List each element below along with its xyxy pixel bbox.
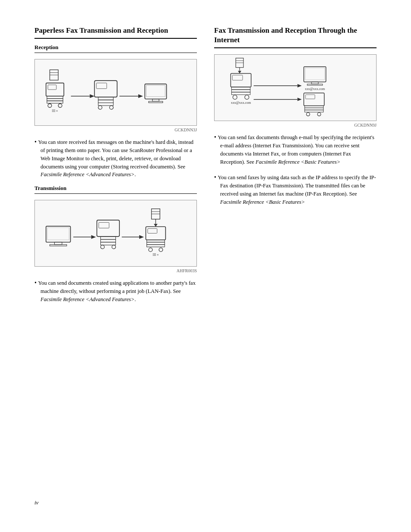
svg-rect-7 — [47, 101, 63, 103]
internet-fax-diagram: xxx@xxx.com xxx@xxx.com — [214, 54, 377, 121]
svg-rect-78 — [305, 106, 323, 108]
svg-point-9 — [58, 104, 62, 108]
page: Paperless Fax Transmission and Reception… — [0, 0, 411, 532]
svg-point-18 — [98, 106, 102, 109]
svg-point-52 — [159, 248, 163, 252]
svg-marker-68 — [297, 84, 302, 87]
svg-point-51 — [149, 248, 153, 252]
transmission-rule — [34, 193, 197, 194]
svg-rect-16 — [98, 100, 113, 103]
svg-rect-34 — [101, 236, 116, 240]
svg-rect-62 — [231, 90, 250, 92]
right-bullet-1-italic: Facsimile Reference <Basic Features> — [255, 159, 340, 165]
svg-rect-14 — [97, 83, 107, 89]
svg-point-64 — [233, 95, 237, 100]
svg-rect-72 — [307, 84, 323, 85]
reception-italic: Facsimile Reference <Advanced Features> — [40, 171, 134, 177]
transmission-bullet: You can send documents created using app… — [34, 278, 197, 304]
svg-rect-71 — [311, 82, 318, 84]
svg-marker-31 — [91, 235, 96, 239]
svg-marker-75 — [297, 98, 302, 101]
svg-rect-25 — [149, 101, 163, 103]
svg-text:xxx@xxx.com: xxx@xxx.com — [231, 101, 251, 105]
svg-rect-80 — [305, 110, 323, 112]
internet-fax-diagram-caption: GCKDNN9J — [214, 123, 377, 128]
internet-fax-diagram-svg: xxx@xxx.com xxx@xxx.com — [215, 55, 376, 121]
svg-point-81 — [306, 112, 310, 116]
transmission-bullet-end: . — [134, 296, 136, 302]
reception-bullet-text: You can store received fax messages on t… — [38, 139, 193, 170]
two-column-layout: Paperless Fax Transmission and Reception… — [34, 26, 377, 491]
svg-rect-79 — [305, 108, 323, 110]
left-column: Paperless Fax Transmission and Reception… — [34, 26, 197, 491]
left-section-rule — [34, 38, 197, 39]
svg-rect-15 — [98, 97, 113, 100]
svg-rect-36 — [101, 242, 116, 245]
reception-diagram-svg: III ≡ — [35, 59, 196, 125]
svg-marker-40 — [139, 235, 144, 239]
svg-text:III ≡: III ≡ — [153, 253, 159, 257]
transmission-diagram: III ≡ — [34, 200, 197, 267]
svg-rect-35 — [101, 240, 116, 243]
svg-point-8 — [48, 104, 52, 108]
reception-subtitle: Reception — [34, 44, 197, 51]
svg-point-37 — [101, 245, 105, 249]
svg-marker-58 — [238, 71, 241, 74]
right-bullet-2-text: You can send faxes by using data such as… — [218, 174, 376, 197]
svg-rect-47 — [148, 229, 157, 233]
svg-point-38 — [112, 245, 116, 249]
right-section-rule — [214, 47, 377, 48]
page-footer: iv — [34, 499, 377, 506]
transmission-diagram-svg: III ≡ — [35, 200, 196, 266]
svg-text:xxx@xxx.com: xxx@xxx.com — [305, 87, 325, 91]
svg-rect-17 — [98, 103, 113, 106]
svg-point-19 — [109, 106, 113, 109]
svg-text:III ≡: III ≡ — [52, 109, 58, 113]
reception-bullet: You can store received fax messages on t… — [34, 137, 197, 179]
reception-diagram-caption: GCKDNN3J — [34, 128, 197, 132]
svg-rect-6 — [47, 99, 63, 101]
svg-point-65 — [245, 95, 249, 100]
right-column: Fax Transmission and Reception Through t… — [214, 26, 377, 491]
transmission-bullet-text: You can send documents created using app… — [38, 280, 195, 294]
svg-point-82 — [318, 112, 321, 116]
right-bullet-2-italic: Facsimile Reference <Basic Features> — [220, 199, 305, 205]
svg-rect-4 — [48, 85, 56, 90]
transmission-italic: Facsimile Reference <Advanced Features> — [40, 296, 134, 302]
svg-marker-12 — [90, 94, 94, 98]
svg-marker-21 — [138, 94, 143, 98]
svg-rect-49 — [147, 242, 165, 244]
svg-rect-77 — [305, 95, 315, 99]
svg-marker-45 — [154, 224, 158, 227]
page-number: iv — [34, 499, 38, 506]
svg-rect-29 — [50, 245, 67, 246]
transmission-diagram-caption: AHFR003S — [34, 268, 197, 273]
right-section-title: Fax Transmission and Reception Through t… — [214, 26, 377, 45]
transmission-subtitle: Transmission — [34, 185, 197, 192]
reception-rule — [34, 53, 197, 53]
svg-rect-76 — [304, 93, 324, 106]
svg-rect-27 — [47, 227, 69, 240]
svg-rect-70 — [305, 68, 324, 80]
reception-bullet-end: . — [134, 171, 136, 177]
svg-rect-61 — [231, 87, 250, 90]
svg-rect-33 — [99, 222, 109, 228]
svg-rect-60 — [232, 75, 243, 81]
reception-diagram: III ≡ — [34, 59, 197, 126]
right-bullet-2: You can send faxes by using data such as… — [214, 173, 377, 206]
svg-rect-23 — [146, 85, 165, 96]
svg-rect-63 — [231, 92, 250, 95]
svg-rect-50 — [147, 245, 165, 247]
right-bullet-1: You can send fax documents through e-mai… — [214, 133, 377, 166]
left-section-title: Paperless Fax Transmission and Reception — [34, 26, 197, 35]
